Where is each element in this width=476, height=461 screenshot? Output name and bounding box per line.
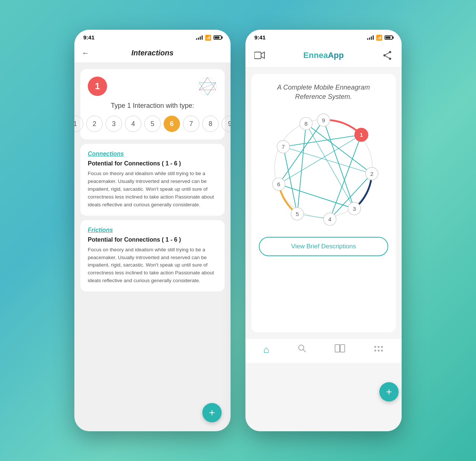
svg-line-22 [279,184,354,209]
wifi-icon: 📶 [205,35,211,41]
share-button[interactable] [381,49,394,62]
svg-text:7: 7 [282,144,285,150]
num-1[interactable]: 1 [74,116,83,132]
svg-point-51 [374,346,376,348]
fab-button-right[interactable]: + [379,382,399,402]
svg-line-47 [303,349,306,352]
svg-text:6: 6 [277,181,280,187]
number-circles: 1 2 3 4 5 6 7 8 9 [74,116,231,132]
svg-line-12 [385,55,390,59]
interactions-header-card: 1 Type 1 Interaction with type: 1 [80,69,225,139]
enneagram-diagram: 9 1 2 3 4 5 [264,109,383,228]
frictions-card: Frictions Potential for Connections ( 1 … [80,220,225,292]
type-interaction-label: Type 1 Interaction with type: [111,102,194,110]
right-phone: 9:41 📶 EnneaApp [245,30,402,431]
left-screen-body: 1 Type 1 Interaction with type: 1 [74,63,231,431]
svg-line-25 [283,147,372,174]
left-phone: 9:41 📶 ← Interactions 1 [74,30,231,431]
page-title-left: Interactions [131,49,173,57]
svg-rect-49 [340,345,345,352]
svg-line-20 [283,135,361,147]
svg-line-11 [385,52,390,55]
num-6[interactable]: 6 [164,116,180,132]
svg-point-52 [377,346,379,348]
battery-icon [213,35,222,40]
time-left: 9:41 [83,34,94,41]
battery-icon-right [385,35,393,40]
enneagram-icon-small [198,77,217,96]
svg-text:3: 3 [353,206,356,212]
num-8[interactable]: 8 [202,116,219,132]
nav-book[interactable] [335,344,345,355]
connections-link[interactable]: Connections [88,151,217,157]
signal-icon [196,35,203,40]
num-7[interactable]: 7 [183,116,199,132]
frictions-link[interactable]: Frictions [88,227,217,233]
left-nav-bar: ← Interactions [74,43,231,63]
share-icon [383,51,392,60]
back-button[interactable]: ← [82,49,89,57]
status-icons-left: 📶 [196,35,222,41]
connections-card: Connections Potential for Connections ( … [80,144,225,216]
svg-text:2: 2 [370,171,373,177]
connections-body: Focus on theory and idealism while still… [88,170,217,209]
video-button[interactable] [253,49,266,62]
svg-text:8: 8 [305,121,308,127]
time-right: 9:41 [254,34,266,41]
connections-subtitle: Potential for Connections ( 1 - 6 ) [88,160,217,167]
nav-search[interactable] [298,344,306,355]
svg-point-54 [374,350,376,352]
num-2[interactable]: 2 [86,116,103,132]
num-5[interactable]: 5 [144,116,161,132]
svg-text:9: 9 [322,117,325,123]
type-badge: 1 [88,77,107,96]
svg-line-24 [279,135,361,184]
book-icon [335,344,345,355]
status-bar-left: 9:41 📶 [74,30,231,43]
frictions-body: Focus on theory and idealism while still… [88,246,217,285]
svg-point-53 [381,346,383,348]
app-name: EnneaApp [303,51,344,60]
status-icons-right: 📶 [367,35,393,41]
svg-text:5: 5 [296,211,299,217]
view-brief-descriptions-button[interactable]: View Brief Descriptions [259,237,388,256]
fab-button-left[interactable]: + [202,403,222,422]
svg-rect-6 [254,52,261,59]
bottom-nav: ⌂ [245,338,402,363]
svg-point-55 [377,350,379,352]
video-icon [254,51,265,59]
num-4[interactable]: 4 [125,116,141,132]
svg-text:1: 1 [360,132,363,138]
svg-rect-48 [335,345,340,352]
right-screen-body: A Complete Mobile EnneagramReference Sys… [245,68,402,431]
more-icon [373,344,384,355]
home-icon: ⌂ [263,344,269,355]
right-nav-bar: EnneaApp [245,43,402,68]
num-9[interactable]: 9 [222,116,231,132]
svg-point-56 [381,350,383,352]
nav-more[interactable] [373,344,384,355]
search-icon [298,344,306,355]
nav-home[interactable]: ⌂ [263,344,269,355]
signal-icon-right [367,35,374,40]
num-3[interactable]: 3 [106,116,122,132]
frictions-subtitle: Potential for Connections ( 1 - 6 ) [88,236,217,243]
wifi-icon-right: 📶 [376,35,382,41]
svg-marker-7 [261,52,264,58]
tagline: A Complete Mobile EnneagramReference Sys… [277,83,370,101]
status-bar-right: 9:41 📶 [245,30,402,43]
main-card: A Complete Mobile EnneagramReference Sys… [251,74,396,332]
svg-text:4: 4 [328,216,331,222]
right-content: A Complete Mobile EnneagramReference Sys… [245,68,402,431]
header-top: 1 [88,77,217,96]
svg-point-46 [299,345,304,350]
